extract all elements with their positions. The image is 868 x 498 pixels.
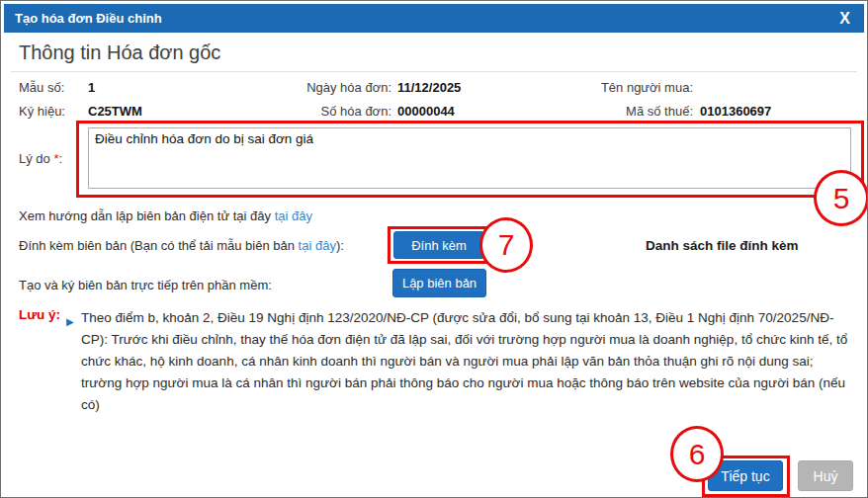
annotation-circle-6: 6 xyxy=(670,426,724,482)
value-so-hoa-don: 00000044 xyxy=(397,104,455,120)
attach-button[interactable]: Đính kèm xyxy=(393,231,484,259)
label-ngay-hoa-don: Ngày hóa đơn: xyxy=(233,80,391,96)
reason-label-colon: : xyxy=(58,151,62,166)
attached-files-list-title: Danh sách file đính kèm xyxy=(646,238,799,253)
label-ma-so-thue: Mã số thuế: xyxy=(530,104,693,120)
section-heading: Thông tin Hóa đơn gốc xyxy=(19,42,220,64)
note-text: Theo điểm b, khoản 2, Điều 19 Nghị định … xyxy=(81,310,847,412)
value-mau-so: 1 xyxy=(88,80,95,96)
attach-text-before: Đính kèm biên bản (Bạn có thể tải mẫu bi… xyxy=(19,238,299,253)
attach-text-after: ): xyxy=(336,238,344,253)
guide-row: Xem hướng dẫn lập biên bản điện tử tại đ… xyxy=(19,208,312,223)
value-ma-so-thue: 0101360697 xyxy=(700,104,771,120)
value-ky-hieu: C25TWM xyxy=(88,104,142,120)
reason-label: Lý do *: xyxy=(19,151,62,166)
note-body: ▶ Theo điểm b, khoản 2, Điều 19 Nghị địn… xyxy=(64,307,849,416)
annotation-circle-7: 7 xyxy=(479,217,533,273)
label-mau-so: Mẫu số: xyxy=(19,80,82,96)
heading-divider xyxy=(11,71,857,72)
create-record-text: Tạo và ký biên bản trực tiếp trên phần m… xyxy=(19,278,272,292)
value-ngay-hoa-don: 11/12/2025 xyxy=(397,80,461,96)
reason-label-text: Lý do xyxy=(19,151,53,166)
label-ky-hieu: Ký hiệu: xyxy=(19,104,82,120)
dialog-titlebar: Tạo hóa đơn Điều chỉnh X xyxy=(4,4,864,33)
dialog-title: Tạo hóa đơn Điều chỉnh xyxy=(15,4,162,33)
attach-template-link[interactable]: tại đây xyxy=(299,238,336,253)
adjust-invoice-dialog: Tạo hóa đơn Điều chỉnh X Thông tin Hóa đ… xyxy=(0,0,868,498)
annotation-circle-5: 5 xyxy=(814,170,868,226)
attach-row-text: Đính kèm biên bản (Bạn có thể tải mẫu bi… xyxy=(19,238,344,253)
close-icon[interactable]: X xyxy=(839,4,850,33)
create-record-button[interactable]: Lập biên bản xyxy=(392,269,486,297)
note-bullet-icon: ▶ xyxy=(66,311,74,333)
label-ten-nguoi-mua: Tên người mua: xyxy=(530,80,693,96)
label-so-hoa-don: Số hóa đơn: xyxy=(233,104,391,120)
cancel-button[interactable]: Huỷ xyxy=(798,460,853,491)
reason-textarea[interactable]: Điều chỉnh hóa đơn do bị sai đơn giá xyxy=(88,127,851,189)
guide-link[interactable]: tại đây xyxy=(275,208,312,223)
guide-text: Xem hướng dẫn lập biên bản điện tử tại đ… xyxy=(19,208,275,223)
note-label: Lưu ý: xyxy=(19,307,60,322)
